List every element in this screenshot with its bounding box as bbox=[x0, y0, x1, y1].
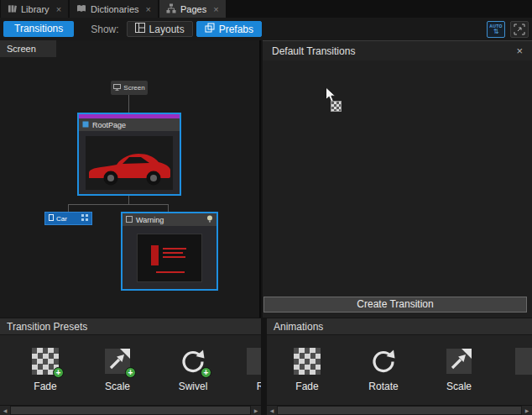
scroll-thumb[interactable] bbox=[278, 407, 521, 414]
dictionaries-icon bbox=[76, 3, 86, 15]
scroll-thumb[interactable] bbox=[11, 407, 250, 414]
lightbulb-icon[interactable] bbox=[206, 215, 213, 224]
preset-item-swivel[interactable]: + Swivel bbox=[156, 335, 230, 405]
horizontal-scrollbar[interactable]: ◀ ▶ bbox=[0, 406, 261, 415]
swivel-icon: + bbox=[180, 348, 206, 375]
scroll-left-arrow[interactable]: ◀ bbox=[267, 406, 277, 415]
show-label: Show: bbox=[91, 24, 118, 35]
car-node[interactable]: Car bbox=[44, 212, 92, 225]
monitor-icon bbox=[113, 84, 121, 92]
preset-label: Swivel bbox=[179, 381, 208, 392]
animation-item-scale[interactable]: Scale bbox=[422, 335, 496, 405]
node-label: Car bbox=[56, 215, 67, 223]
presets-list: + Fade + Scale + Swivel bbox=[0, 335, 261, 405]
auto-layout-icon[interactable]: AUTO ⇅ bbox=[487, 21, 505, 38]
fit-screen-icon[interactable] bbox=[510, 21, 529, 38]
animation-item-rotate[interactable]: Rotate bbox=[347, 335, 420, 405]
add-badge-icon: + bbox=[201, 367, 211, 378]
tab-label: Library bbox=[21, 4, 50, 14]
panel-title: Default Transitions bbox=[272, 45, 516, 57]
node-label: Screen bbox=[123, 84, 144, 92]
preset-label: Scale bbox=[105, 381, 130, 392]
auto-arrows-icon: ⇅ bbox=[493, 29, 499, 34]
grid-icon bbox=[81, 214, 88, 223]
pages-toolbar: Transitions Show: Layouts Prefabs AUTO ⇅ bbox=[0, 18, 532, 40]
warning-graphic bbox=[151, 245, 159, 265]
add-badge-icon: + bbox=[53, 367, 64, 378]
close-icon[interactable]: × bbox=[146, 4, 151, 14]
horizontal-scrollbar[interactable]: ◀ ▶ bbox=[267, 406, 532, 415]
screen-panel-tab[interactable]: Screen bbox=[0, 40, 56, 57]
app-window: Library × Dictionaries × Pages × Transit… bbox=[0, 0, 532, 415]
fade-checker-icon: + bbox=[32, 348, 59, 375]
scroll-right-arrow[interactable]: ▶ bbox=[522, 406, 532, 415]
warning-text-line bbox=[156, 271, 185, 273]
warning-text-line bbox=[163, 248, 186, 250]
warning-thumbnail bbox=[137, 234, 202, 282]
page-icon bbox=[82, 121, 89, 129]
add-badge-icon: + bbox=[125, 367, 136, 378]
layouts-toggle[interactable]: Layouts bbox=[127, 21, 193, 37]
close-icon[interactable]: × bbox=[516, 45, 523, 57]
document-tab-bar: Library × Dictionaries × Pages × bbox=[0, 0, 532, 18]
preset-label: R bbox=[257, 381, 261, 392]
preset-item-scale[interactable]: + Scale bbox=[81, 335, 154, 405]
scroll-left-arrow[interactable]: ◀ bbox=[0, 406, 10, 415]
animation-icon bbox=[515, 348, 532, 375]
panel-header: Default Transitions × bbox=[263, 41, 532, 60]
animation-label: Fade bbox=[295, 381, 318, 392]
connector-line bbox=[128, 196, 129, 204]
scroll-right-arrow[interactable]: ▶ bbox=[251, 406, 261, 415]
default-transitions-panel: Default Transitions × Create Transition bbox=[263, 40, 532, 318]
node-header: RootPage bbox=[79, 118, 180, 131]
layouts-icon bbox=[135, 23, 145, 35]
fade-checker-icon bbox=[294, 348, 321, 375]
transition-presets-panel: Transition Presets + Fade + Scale + bbox=[0, 318, 261, 405]
animation-item-fade[interactable]: Fade bbox=[270, 335, 344, 405]
panel-title: Transition Presets bbox=[0, 318, 261, 335]
animation-label: Scale bbox=[446, 381, 472, 392]
prefabs-toggle[interactable]: Prefabs bbox=[196, 21, 262, 37]
preset-item-fade[interactable]: + Fade bbox=[8, 335, 82, 405]
transitions-button[interactable]: Transitions bbox=[3, 21, 74, 37]
pages-icon bbox=[166, 3, 176, 15]
connector-line bbox=[68, 204, 69, 212]
rootpage-node[interactable]: RootPage bbox=[77, 113, 181, 196]
prefab-icon bbox=[126, 216, 133, 224]
close-icon[interactable]: × bbox=[56, 4, 61, 14]
tab-dictionaries[interactable]: Dictionaries × bbox=[70, 0, 158, 18]
warning-text-line bbox=[163, 256, 185, 258]
preset-label: Fade bbox=[34, 381, 56, 392]
page-graph-canvas[interactable]: Screen Screen RootPage bbox=[0, 40, 261, 318]
animations-panel: Animations Fade Rotate Scale bbox=[267, 318, 532, 405]
screen-node[interactable]: Screen bbox=[111, 81, 148, 95]
animation-item-partial[interactable] bbox=[492, 335, 532, 405]
page-icon bbox=[49, 214, 54, 223]
library-icon bbox=[8, 3, 17, 15]
node-thumbnail-area bbox=[79, 131, 180, 194]
create-transition-button[interactable]: Create Transition bbox=[263, 297, 527, 313]
tab-label: Pages bbox=[180, 4, 206, 14]
animation-label: Rotate bbox=[368, 381, 398, 392]
node-label: Warning bbox=[136, 216, 164, 224]
node-header: Warning bbox=[123, 213, 216, 226]
preset-item-partial[interactable]: + R bbox=[223, 335, 261, 405]
prefabs-label: Prefabs bbox=[219, 24, 253, 35]
drag-preview-icon bbox=[331, 101, 342, 112]
scale-icon: + bbox=[104, 348, 131, 375]
car-thumbnail bbox=[86, 136, 173, 190]
preset-icon: + bbox=[247, 348, 261, 375]
close-icon[interactable]: × bbox=[213, 4, 218, 14]
warning-node[interactable]: Warning bbox=[121, 212, 218, 291]
panel-title: Animations bbox=[267, 318, 532, 335]
node-thumbnail-area bbox=[123, 226, 216, 289]
connector-line bbox=[68, 204, 169, 205]
prefabs-icon bbox=[205, 23, 215, 35]
tab-pages[interactable]: Pages × bbox=[159, 0, 226, 18]
connector-line bbox=[128, 95, 129, 113]
connector-line bbox=[168, 204, 169, 212]
tab-library[interactable]: Library × bbox=[1, 0, 68, 18]
rotate-icon bbox=[370, 348, 397, 375]
scale-icon bbox=[446, 348, 472, 375]
node-label: RootPage bbox=[92, 121, 126, 129]
